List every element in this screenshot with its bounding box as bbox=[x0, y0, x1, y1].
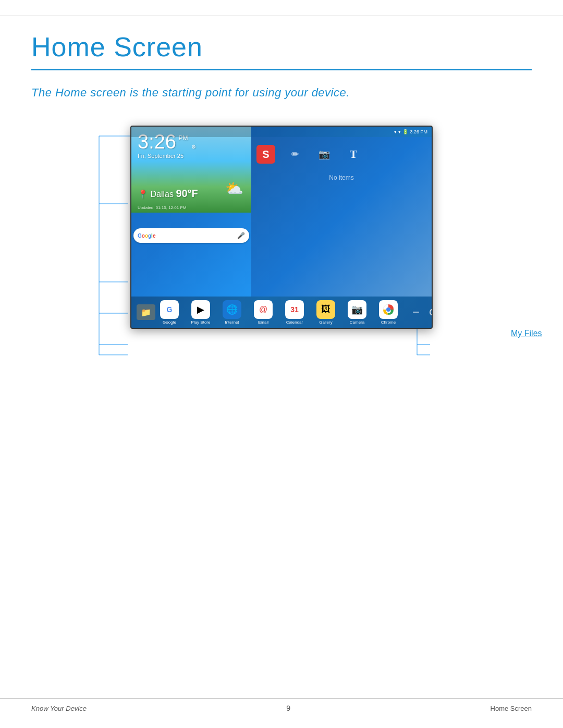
footer-right: Home Screen bbox=[491, 705, 532, 712]
status-icons: ▾ ▾ 🔋 3:26 PM bbox=[394, 129, 427, 134]
weather-location: Dallas bbox=[150, 190, 173, 199]
page-subtitle: The Home screen is the starting point fo… bbox=[31, 86, 532, 100]
internet-label: Internet bbox=[225, 320, 239, 325]
footer-left: Know Your Device bbox=[31, 705, 87, 712]
dock-app-playstore[interactable]: ▶ Play Store bbox=[187, 300, 215, 325]
dock-app-email[interactable]: @ Email bbox=[249, 300, 277, 325]
status-time: 3:26 PM bbox=[410, 129, 427, 134]
chrome-label: Chrome bbox=[381, 320, 396, 325]
my-files-link[interactable]: My Files bbox=[511, 329, 542, 338]
dock-app-google[interactable]: G Google bbox=[155, 300, 183, 325]
email-label: Email bbox=[258, 320, 268, 325]
dock-app-chrome[interactable]: Chrome bbox=[374, 300, 402, 325]
google-app-icon: G bbox=[160, 300, 179, 319]
footer-page-number: 9 bbox=[286, 704, 290, 712]
weather-date: Fri, September 25 bbox=[138, 153, 196, 159]
screenshot-app-icon[interactable]: 📷 bbox=[315, 145, 334, 164]
top-bar bbox=[0, 0, 563, 16]
camera-screenshot-icon: 📷 bbox=[319, 149, 330, 160]
google-logo: Google bbox=[138, 233, 155, 239]
calendar-label: Calendar bbox=[286, 320, 303, 325]
dock-app-camera[interactable]: 📷 Camera bbox=[343, 300, 371, 325]
google-search-bar[interactable]: Google 🎤 bbox=[133, 228, 249, 243]
app-dock: 📁 G Google ▶ Play Stor bbox=[131, 297, 432, 328]
page-title: Home Screen bbox=[31, 31, 532, 63]
text-icon: T bbox=[350, 147, 358, 161]
my-files-folder[interactable]: 📁 bbox=[137, 304, 155, 320]
weather-updated: Updated: 01:15, 12:01 PM bbox=[138, 205, 186, 210]
chrome-icon bbox=[379, 300, 398, 319]
location-icon: 📍 bbox=[138, 190, 148, 199]
content-area: ▾ ▾ 🔋 3:26 PM 3:26 PM ⚙ Fri, Sept bbox=[0, 120, 563, 339]
tablet-screen: ▾ ▾ 🔋 3:26 PM 3:26 PM ⚙ Fri, Sept bbox=[130, 126, 433, 329]
samsung-s-icon[interactable]: S bbox=[256, 145, 275, 164]
dock-app-calendar[interactable]: 31 Calendar bbox=[280, 300, 309, 325]
status-bar: ▾ ▾ 🔋 3:26 PM bbox=[131, 127, 432, 137]
wifi-icon: ▾ bbox=[394, 129, 397, 134]
battery-icon: 🔋 bbox=[402, 129, 408, 134]
dock-app-gallery[interactable]: 🖼 Gallery bbox=[312, 300, 340, 325]
playstore-icon: ▶ bbox=[191, 300, 210, 319]
gallery-label: Gallery bbox=[319, 320, 332, 325]
weather-temperature: 90°F bbox=[176, 188, 198, 199]
google-icon: G bbox=[167, 305, 173, 314]
microphone-icon[interactable]: 🎤 bbox=[237, 232, 245, 239]
camera-label: Camera bbox=[350, 320, 364, 325]
page-header: Home Screen The Home screen is the start… bbox=[0, 16, 563, 120]
clock-icon: ⚙ bbox=[191, 144, 196, 150]
page-footer: Know Your Device 9 Home Screen bbox=[0, 698, 563, 718]
device-container: ▾ ▾ 🔋 3:26 PM 3:26 PM ⚙ Fri, Sept bbox=[21, 120, 542, 339]
calendar-icon: 31 bbox=[285, 300, 304, 319]
edit-icon: ✏ bbox=[291, 149, 299, 160]
no-items-label: No items bbox=[251, 174, 432, 181]
signal-icon: ▾ bbox=[398, 129, 401, 134]
google-label: Google bbox=[163, 320, 176, 325]
gallery-icon: 🖼 bbox=[316, 300, 335, 319]
weather-widget: 3:26 PM ⚙ Fri, September 25 📍 Dallas 90°… bbox=[131, 127, 251, 213]
email-icon: @ bbox=[254, 300, 273, 319]
device-wrapper: ▾ ▾ 🔋 3:26 PM 3:26 PM ⚙ Fri, Sept bbox=[120, 126, 443, 329]
nav-home-button[interactable] bbox=[430, 309, 433, 316]
nav-buttons bbox=[402, 309, 433, 316]
svg-point-15 bbox=[386, 307, 390, 312]
t-app-icon[interactable]: T bbox=[344, 145, 363, 164]
pencil-icon[interactable]: ✏ bbox=[286, 145, 304, 164]
right-panel-apps: S ✏ 📷 T bbox=[251, 137, 432, 164]
right-panel-bg: S ✏ 📷 T No items bbox=[251, 137, 432, 297]
chrome-svg-icon bbox=[382, 303, 395, 316]
weather-cloud-icon: ⛅ bbox=[225, 180, 243, 197]
title-divider bbox=[31, 69, 532, 70]
camera-icon: 📷 bbox=[348, 300, 366, 319]
dock-app-internet[interactable]: 🌐 Internet bbox=[218, 300, 246, 325]
playstore-label: Play Store bbox=[191, 320, 211, 325]
nav-back-button[interactable] bbox=[413, 312, 419, 313]
dock-apps-row: G Google ▶ Play Store 🌐 Internet bbox=[155, 300, 402, 325]
internet-icon: 🌐 bbox=[223, 300, 241, 319]
folder-icon: 📁 bbox=[137, 304, 155, 320]
